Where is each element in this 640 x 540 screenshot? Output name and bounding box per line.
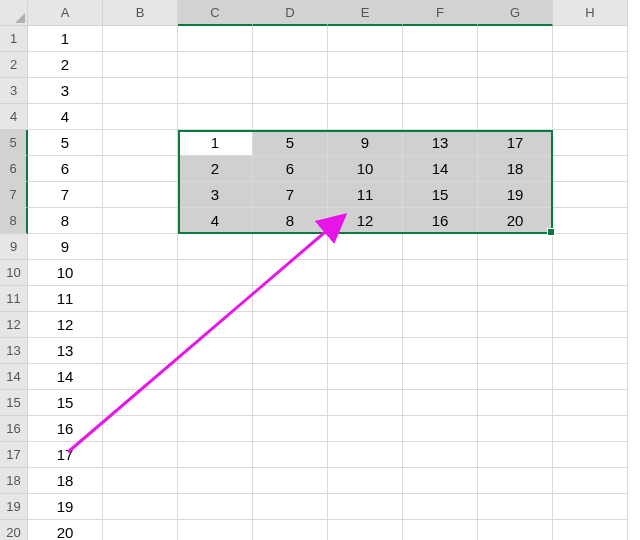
cell[interactable]	[553, 78, 628, 104]
col-header-e[interactable]: E	[328, 0, 403, 26]
cell[interactable]: 2	[178, 156, 253, 182]
row-header[interactable]: 17	[0, 442, 28, 468]
cell[interactable]: 13	[28, 338, 103, 364]
cell[interactable]: 7	[253, 182, 328, 208]
cell[interactable]	[103, 52, 178, 78]
cell[interactable]	[478, 364, 553, 390]
cell[interactable]	[553, 520, 628, 540]
cell[interactable]	[253, 312, 328, 338]
cell[interactable]	[253, 286, 328, 312]
row-header[interactable]: 11	[0, 286, 28, 312]
cell[interactable]: 7	[28, 182, 103, 208]
cell[interactable]	[553, 234, 628, 260]
cell[interactable]	[328, 104, 403, 130]
cell[interactable]	[553, 260, 628, 286]
cell[interactable]	[328, 52, 403, 78]
cell[interactable]: 16	[28, 416, 103, 442]
cell[interactable]	[553, 312, 628, 338]
cell[interactable]	[178, 26, 253, 52]
cell[interactable]	[178, 286, 253, 312]
col-header-g[interactable]: G	[478, 0, 553, 26]
cell[interactable]: 6	[28, 156, 103, 182]
cell[interactable]	[103, 416, 178, 442]
cell[interactable]: 3	[178, 182, 253, 208]
cell[interactable]	[328, 26, 403, 52]
cell[interactable]	[553, 104, 628, 130]
cell[interactable]: 8	[253, 208, 328, 234]
cell[interactable]	[553, 390, 628, 416]
col-header-h[interactable]: H	[553, 0, 628, 26]
row-header[interactable]: 7	[0, 182, 28, 208]
cell[interactable]	[403, 78, 478, 104]
cell[interactable]	[403, 52, 478, 78]
cell[interactable]	[553, 494, 628, 520]
cell[interactable]	[253, 78, 328, 104]
row-header[interactable]: 12	[0, 312, 28, 338]
row-header[interactable]: 6	[0, 156, 28, 182]
cell[interactable]	[478, 338, 553, 364]
cell[interactable]	[253, 468, 328, 494]
cell[interactable]	[403, 442, 478, 468]
cell[interactable]	[478, 286, 553, 312]
cell[interactable]: 6	[253, 156, 328, 182]
cell[interactable]	[178, 520, 253, 540]
select-all-corner[interactable]	[0, 0, 28, 26]
cell[interactable]: 10	[328, 156, 403, 182]
cell[interactable]	[253, 494, 328, 520]
cell[interactable]	[178, 234, 253, 260]
row-header[interactable]: 1	[0, 26, 28, 52]
cell[interactable]: 17	[478, 130, 553, 156]
cell[interactable]	[103, 286, 178, 312]
cell[interactable]	[103, 208, 178, 234]
cell[interactable]	[328, 312, 403, 338]
cell[interactable]	[478, 494, 553, 520]
cell[interactable]	[553, 52, 628, 78]
cell[interactable]	[178, 338, 253, 364]
col-header-d[interactable]: D	[253, 0, 328, 26]
cell[interactable]	[103, 104, 178, 130]
row-header[interactable]: 3	[0, 78, 28, 104]
row-header[interactable]: 20	[0, 520, 28, 540]
row-header[interactable]: 16	[0, 416, 28, 442]
cell[interactable]	[253, 364, 328, 390]
cell[interactable]	[178, 494, 253, 520]
cell[interactable]: 2	[28, 52, 103, 78]
cell[interactable]	[328, 234, 403, 260]
cell[interactable]	[328, 442, 403, 468]
row-header[interactable]: 2	[0, 52, 28, 78]
col-header-b[interactable]: B	[103, 0, 178, 26]
col-header-a[interactable]: A	[28, 0, 103, 26]
cell[interactable]	[403, 390, 478, 416]
cell[interactable]: 3	[28, 78, 103, 104]
cell[interactable]	[253, 260, 328, 286]
cell[interactable]	[328, 468, 403, 494]
cell[interactable]	[103, 494, 178, 520]
cell[interactable]	[103, 520, 178, 540]
cell[interactable]: 12	[328, 208, 403, 234]
cell[interactable]	[403, 286, 478, 312]
cell[interactable]	[328, 338, 403, 364]
cell[interactable]: 5	[253, 130, 328, 156]
cell[interactable]	[328, 390, 403, 416]
cell[interactable]	[403, 260, 478, 286]
cell[interactable]	[478, 416, 553, 442]
cell[interactable]	[403, 364, 478, 390]
cell[interactable]	[178, 104, 253, 130]
cell[interactable]	[478, 104, 553, 130]
cell[interactable]: 10	[28, 260, 103, 286]
cell[interactable]	[478, 26, 553, 52]
cell-active[interactable]: 1	[178, 130, 253, 156]
cell[interactable]: 4	[178, 208, 253, 234]
cell[interactable]: 8	[28, 208, 103, 234]
cell[interactable]	[253, 416, 328, 442]
row-header[interactable]: 13	[0, 338, 28, 364]
cell[interactable]	[403, 520, 478, 540]
cell[interactable]	[478, 390, 553, 416]
cell[interactable]	[403, 338, 478, 364]
cell[interactable]	[553, 416, 628, 442]
cell[interactable]: 14	[28, 364, 103, 390]
cell[interactable]	[103, 130, 178, 156]
cell[interactable]	[553, 338, 628, 364]
cell[interactable]: 9	[28, 234, 103, 260]
cell[interactable]	[328, 78, 403, 104]
